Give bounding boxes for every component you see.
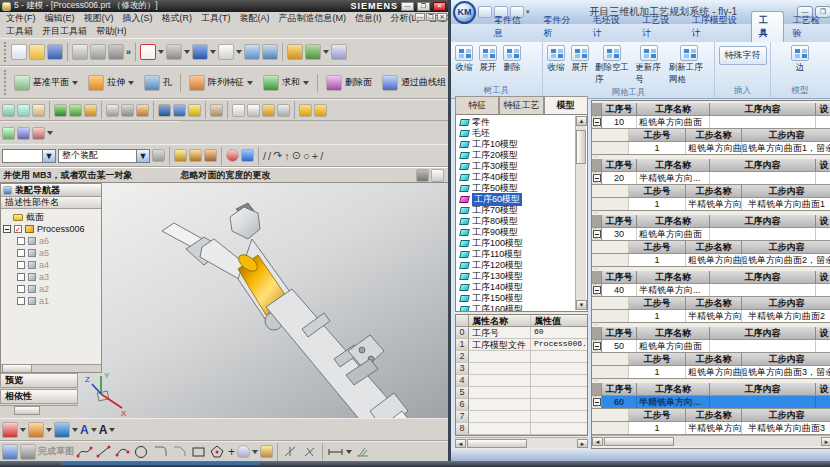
cut-icon[interactable] (72, 44, 88, 60)
graphics-viewport[interactable] (78, 183, 448, 418)
tab-tools[interactable]: 工具 (751, 11, 784, 42)
expand-icon[interactable] (3, 225, 11, 233)
snap-line-icon[interactable]: / (263, 150, 266, 162)
wireframe-view-icon[interactable] (218, 44, 234, 60)
prop-row[interactable]: 5 (456, 387, 587, 399)
navigator-hscrollbar[interactable] (1, 364, 101, 372)
menu-edit[interactable]: 编辑(E) (41, 12, 79, 25)
km-table-icon[interactable] (17, 127, 30, 140)
type-filter-combo[interactable]: ▼ (2, 149, 56, 163)
tab-process-check[interactable]: 工艺检验 (786, 12, 830, 42)
menu-help[interactable]: 帮助(H) (92, 25, 131, 38)
km-export-icon[interactable] (2, 127, 15, 140)
save-icon[interactable] (47, 44, 63, 60)
snap-point-toggle-icon[interactable] (174, 149, 187, 162)
doc-restore-button[interactable]: ❐ (426, 13, 436, 21)
finish-flag-icon[interactable] (20, 444, 36, 460)
fillet-icon[interactable] (152, 444, 169, 459)
studio-spline-icon[interactable] (76, 444, 93, 459)
menu-view[interactable]: 视图(V) (80, 12, 118, 25)
step-row[interactable]: 1粗铣单方向曲面粗铣单方向曲面1，留余 (592, 142, 830, 155)
datum-csys-icon[interactable] (17, 104, 30, 117)
pattern-feature-button[interactable]: 阵列特征 (185, 73, 257, 93)
collapse-op-icon[interactable] (593, 118, 601, 126)
nav-row-a2[interactable]: a2 (3, 283, 101, 295)
op-row[interactable]: 50粗铣单方向曲面 (592, 340, 830, 353)
prop-row[interactable]: 0工序号60 (456, 327, 587, 339)
delete-face-button[interactable]: 删除面 (322, 73, 376, 93)
snap-end-icon[interactable] (189, 149, 202, 162)
tab-op-model-design[interactable]: 工序模型设计 (685, 12, 749, 42)
text-tool-icon[interactable]: A (80, 423, 89, 437)
torus-icon[interactable] (188, 104, 201, 117)
nx-restore-button[interactable]: ❐ (417, 2, 430, 11)
special-char-button[interactable]: 特殊字符 (719, 46, 767, 65)
tree-expand-button[interactable]: 展开 (477, 44, 499, 75)
brush-icon[interactable] (210, 104, 223, 117)
props-hscrollbar[interactable]: ◄ ► (455, 437, 588, 448)
checkbox-icon[interactable] (17, 261, 25, 269)
doc-minimize-button[interactable]: — (415, 13, 425, 21)
dimension-icon[interactable] (327, 444, 344, 459)
toolbar-grip[interactable] (4, 42, 7, 63)
scroll-right-icon[interactable]: ► (577, 439, 588, 448)
unite-button[interactable]: 求和 (259, 73, 313, 93)
check-mate-icon[interactable] (54, 104, 67, 117)
step-row[interactable]: 1粗铣单方向曲面粗铣单方向曲面2，留余 (592, 254, 830, 267)
tree-vscrollbar[interactable]: ▲ ▼ (575, 116, 586, 310)
menu-information[interactable]: 信息(I) (351, 12, 386, 25)
nx-close-button[interactable]: ✕ (433, 2, 446, 11)
clip-section-icon[interactable] (166, 44, 182, 60)
menu-assembly[interactable]: 装配(A) (236, 12, 274, 25)
checkbox-icon[interactable] (17, 273, 25, 281)
toolbar-grip[interactable] (4, 70, 6, 95)
checkbox-icon[interactable] (17, 285, 25, 293)
grid-hscrollbar[interactable]: ◄ ► (592, 435, 830, 446)
constraint-icon[interactable] (354, 444, 371, 459)
menu-format[interactable]: 格式(R) (158, 12, 197, 25)
update-numbers-button[interactable]: 更新序号 (633, 44, 664, 87)
copy-body-icon[interactable] (299, 104, 312, 117)
collapse-op-icon[interactable] (593, 342, 601, 350)
move-face-icon[interactable] (2, 422, 18, 438)
dependencies-panel-bar[interactable]: 相依性 (0, 389, 78, 404)
checkbox-icon[interactable] (17, 249, 25, 257)
datum-plane-button[interactable]: 基准平面 (10, 73, 82, 93)
folder-add-icon[interactable] (262, 104, 275, 117)
sketch-task-icon[interactable] (2, 444, 18, 460)
edge-button[interactable]: 边 (789, 44, 811, 75)
menu-km-toolbox[interactable]: 开目工具箱 (38, 25, 91, 38)
panel-hscrollbar[interactable] (0, 405, 78, 414)
sketch-icon[interactable] (2, 104, 15, 117)
prop-row[interactable]: 3 (456, 363, 587, 375)
overflow-icon[interactable]: » (126, 47, 131, 57)
collapse-op-icon[interactable] (593, 230, 601, 238)
fit-view-icon[interactable] (431, 169, 444, 182)
orient-view-2-icon[interactable] (262, 44, 278, 60)
tree-item[interactable]: 工序160模型 (460, 304, 587, 312)
scroll-down-icon[interactable]: ▼ (576, 300, 587, 310)
open-icon[interactable] (29, 44, 45, 60)
finish-sketch-button[interactable]: 完成草图 (38, 445, 74, 458)
snap-circle-icon[interactable] (226, 149, 239, 162)
paste-icon[interactable] (108, 44, 124, 60)
rectangle-icon[interactable] (190, 444, 207, 459)
nav-row-assembly[interactable]: ✓ Process006 (3, 223, 101, 235)
snap-mid-icon[interactable] (204, 149, 217, 162)
prop-row[interactable]: 1工序模型文件Process006.p (456, 339, 587, 351)
prop-row[interactable]: 7 (456, 411, 587, 423)
checkbox-icon[interactable] (17, 297, 25, 305)
checkbox-icon[interactable] (17, 237, 25, 245)
menu-insert[interactable]: 插入(S) (119, 12, 157, 25)
snap-circle2-icon[interactable]: ○ (303, 150, 310, 162)
tab-process-design[interactable]: 工艺设计 (635, 12, 682, 42)
navigator-column-header[interactable]: 描述性部件名 (1, 197, 101, 209)
nav-row-a6[interactable]: a6 (3, 235, 101, 247)
preview-panel-bar[interactable]: 预览 (0, 373, 78, 388)
op-row[interactable]: 20半精铣单方向... (592, 172, 830, 185)
nx-title-bar[interactable]: 5 - 建模 - [Process006.prt （修改的）] SIEMENS … (0, 0, 448, 12)
prop-row[interactable]: 6 (456, 399, 587, 411)
examine-geometry-icon[interactable] (69, 104, 82, 117)
snap-arc-icon[interactable]: ↷ (273, 149, 282, 162)
tab-part-info[interactable]: 零件信息 (487, 12, 534, 42)
